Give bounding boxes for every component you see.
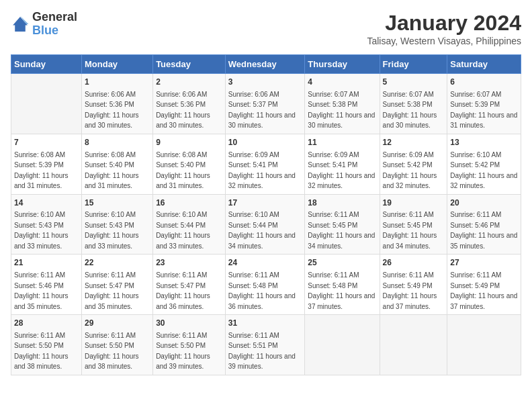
day-number: 7 <box>14 137 79 148</box>
logo: General Blue <box>11 11 77 38</box>
cell-info: Sunrise: 6:11 AMSunset: 5:45 PMDaylight:… <box>308 211 375 250</box>
week-row-3: 21 Sunrise: 6:11 AMSunset: 5:46 PMDaylig… <box>11 255 521 315</box>
day-number: 19 <box>383 197 445 209</box>
day-number: 8 <box>85 137 150 148</box>
calendar-cell: 19 Sunrise: 6:11 AMSunset: 5:45 PMDaylig… <box>380 194 447 255</box>
cell-info: Sunrise: 6:08 AMSunset: 5:40 PMDaylight:… <box>85 151 139 190</box>
calendar-cell: 31 Sunrise: 6:11 AMSunset: 5:51 PMDaylig… <box>225 315 305 375</box>
calendar-cell: 30 Sunrise: 6:11 AMSunset: 5:50 PMDaylig… <box>153 315 226 375</box>
day-number: 3 <box>228 77 302 88</box>
cell-info: Sunrise: 6:11 AMSunset: 5:49 PMDaylight:… <box>450 271 517 310</box>
calendar-cell: 25 Sunrise: 6:11 AMSunset: 5:48 PMDaylig… <box>305 255 380 315</box>
day-number: 31 <box>228 318 302 329</box>
cell-info: Sunrise: 6:11 AMSunset: 5:50 PMDaylight:… <box>14 332 69 371</box>
cell-info: Sunrise: 6:11 AMSunset: 5:46 PMDaylight:… <box>14 271 69 310</box>
calendar-cell: 28 Sunrise: 6:11 AMSunset: 5:50 PMDaylig… <box>11 315 82 375</box>
day-number: 21 <box>14 257 79 269</box>
cell-info: Sunrise: 6:11 AMSunset: 5:50 PMDaylight:… <box>85 332 139 371</box>
week-row-1: 7 Sunrise: 6:08 AMSunset: 5:39 PMDayligh… <box>11 134 521 194</box>
cell-info: Sunrise: 6:11 AMSunset: 5:49 PMDaylight:… <box>383 271 437 310</box>
svg-marker-0 <box>13 17 28 32</box>
calendar-cell: 7 Sunrise: 6:08 AMSunset: 5:39 PMDayligh… <box>11 134 82 194</box>
calendar-cell: 8 Sunrise: 6:08 AMSunset: 5:40 PMDayligh… <box>81 134 152 194</box>
calendar-cell: 12 Sunrise: 6:09 AMSunset: 5:42 PMDaylig… <box>380 134 447 194</box>
cell-info: Sunrise: 6:09 AMSunset: 5:41 PMDaylight:… <box>228 151 296 190</box>
day-number: 5 <box>383 77 445 88</box>
cell-info: Sunrise: 6:10 AMSunset: 5:44 PMDaylight:… <box>156 211 210 250</box>
cell-info: Sunrise: 6:11 AMSunset: 5:46 PMDaylight:… <box>450 211 517 250</box>
header-day-tuesday: Tuesday <box>153 55 226 74</box>
calendar-cell: 18 Sunrise: 6:11 AMSunset: 5:45 PMDaylig… <box>305 194 380 255</box>
logo-blue: Blue <box>32 24 58 37</box>
header-row: SundayMondayTuesdayWednesdayThursdayFrid… <box>11 55 521 74</box>
cell-info: Sunrise: 6:10 AMSunset: 5:43 PMDaylight:… <box>14 211 69 250</box>
day-number: 18 <box>308 197 376 209</box>
title-area: January 2024 Talisay, Western Visayas, P… <box>367 11 521 46</box>
day-number: 15 <box>85 197 150 209</box>
cell-info: Sunrise: 6:11 AMSunset: 5:47 PMDaylight:… <box>156 271 210 310</box>
cell-info: Sunrise: 6:11 AMSunset: 5:48 PMDaylight:… <box>228 271 296 310</box>
week-row-2: 14 Sunrise: 6:10 AMSunset: 5:43 PMDaylig… <box>11 194 521 255</box>
day-number: 24 <box>228 257 302 269</box>
calendar-cell: 1 Sunrise: 6:06 AMSunset: 5:36 PMDayligh… <box>81 74 152 134</box>
calendar-cell: 5 Sunrise: 6:07 AMSunset: 5:38 PMDayligh… <box>380 74 447 134</box>
calendar-cell: 29 Sunrise: 6:11 AMSunset: 5:50 PMDaylig… <box>81 315 152 375</box>
day-number: 4 <box>308 77 376 88</box>
calendar-cell <box>305 315 380 375</box>
header-day-thursday: Thursday <box>305 55 380 74</box>
header-day-sunday: Sunday <box>11 55 82 74</box>
day-number: 1 <box>85 77 150 88</box>
calendar-cell: 9 Sunrise: 6:08 AMSunset: 5:40 PMDayligh… <box>153 134 226 194</box>
cell-info: Sunrise: 6:06 AMSunset: 5:36 PMDaylight:… <box>156 91 210 130</box>
subtitle: Talisay, Western Visayas, Philippines <box>367 36 521 46</box>
calendar-cell: 4 Sunrise: 6:07 AMSunset: 5:38 PMDayligh… <box>305 74 380 134</box>
week-row-0: 1 Sunrise: 6:06 AMSunset: 5:36 PMDayligh… <box>11 74 521 134</box>
header-day-wednesday: Wednesday <box>225 55 305 74</box>
calendar-cell: 17 Sunrise: 6:10 AMSunset: 5:44 PMDaylig… <box>225 194 305 255</box>
calendar-cell: 11 Sunrise: 6:09 AMSunset: 5:41 PMDaylig… <box>305 134 380 194</box>
cell-info: Sunrise: 6:11 AMSunset: 5:50 PMDaylight:… <box>156 332 210 371</box>
logo-icon <box>11 15 30 34</box>
header-day-friday: Friday <box>380 55 447 74</box>
calendar-cell: 26 Sunrise: 6:11 AMSunset: 5:49 PMDaylig… <box>380 255 447 315</box>
week-row-4: 28 Sunrise: 6:11 AMSunset: 5:50 PMDaylig… <box>11 315 521 375</box>
calendar-cell: 10 Sunrise: 6:09 AMSunset: 5:41 PMDaylig… <box>225 134 305 194</box>
day-number: 27 <box>450 257 518 269</box>
day-number: 9 <box>156 137 222 148</box>
cell-info: Sunrise: 6:09 AMSunset: 5:42 PMDaylight:… <box>383 151 437 190</box>
calendar-cell: 24 Sunrise: 6:11 AMSunset: 5:48 PMDaylig… <box>225 255 305 315</box>
day-number: 29 <box>85 318 150 329</box>
header-day-monday: Monday <box>81 55 152 74</box>
day-number: 22 <box>85 257 150 269</box>
cell-info: Sunrise: 6:06 AMSunset: 5:37 PMDaylight:… <box>228 91 296 130</box>
calendar-cell: 21 Sunrise: 6:11 AMSunset: 5:46 PMDaylig… <box>11 255 82 315</box>
day-number: 25 <box>308 257 376 269</box>
cell-info: Sunrise: 6:11 AMSunset: 5:47 PMDaylight:… <box>85 271 139 310</box>
day-number: 10 <box>228 137 302 148</box>
day-number: 20 <box>450 197 518 209</box>
cell-info: Sunrise: 6:07 AMSunset: 5:38 PMDaylight:… <box>308 91 375 130</box>
cell-info: Sunrise: 6:11 AMSunset: 5:51 PMDaylight:… <box>228 332 296 371</box>
calendar-cell: 23 Sunrise: 6:11 AMSunset: 5:47 PMDaylig… <box>153 255 226 315</box>
calendar-cell: 22 Sunrise: 6:11 AMSunset: 5:47 PMDaylig… <box>81 255 152 315</box>
cell-info: Sunrise: 6:11 AMSunset: 5:48 PMDaylight:… <box>308 271 375 310</box>
day-number: 23 <box>156 257 222 269</box>
calendar-cell: 15 Sunrise: 6:10 AMSunset: 5:43 PMDaylig… <box>81 194 152 255</box>
calendar-cell <box>11 74 82 134</box>
day-number: 28 <box>14 318 79 329</box>
day-number: 16 <box>156 197 222 209</box>
calendar-cell: 16 Sunrise: 6:10 AMSunset: 5:44 PMDaylig… <box>153 194 226 255</box>
cell-info: Sunrise: 6:11 AMSunset: 5:45 PMDaylight:… <box>383 211 437 250</box>
cell-info: Sunrise: 6:09 AMSunset: 5:41 PMDaylight:… <box>308 151 375 190</box>
calendar-cell: 13 Sunrise: 6:10 AMSunset: 5:42 PMDaylig… <box>447 134 521 194</box>
cell-info: Sunrise: 6:07 AMSunset: 5:39 PMDaylight:… <box>450 91 517 130</box>
calendar-cell: 27 Sunrise: 6:11 AMSunset: 5:49 PMDaylig… <box>447 255 521 315</box>
header: General Blue January 2024 Talisay, Weste… <box>11 11 521 46</box>
cell-info: Sunrise: 6:07 AMSunset: 5:38 PMDaylight:… <box>383 91 437 130</box>
day-number: 30 <box>156 318 222 329</box>
day-number: 6 <box>450 77 518 88</box>
calendar-cell <box>447 315 521 375</box>
day-number: 2 <box>156 77 222 88</box>
calendar-cell <box>380 315 447 375</box>
calendar-cell: 6 Sunrise: 6:07 AMSunset: 5:39 PMDayligh… <box>447 74 521 134</box>
